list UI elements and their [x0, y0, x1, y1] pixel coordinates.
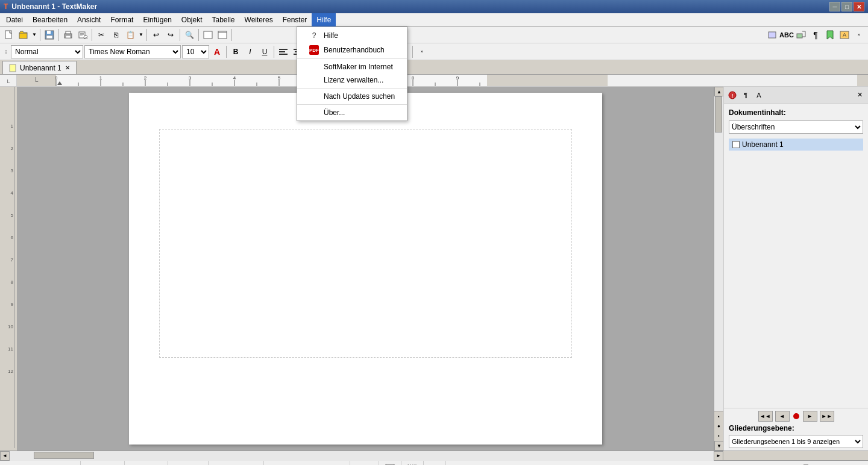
document-canvas[interactable]: [17, 87, 714, 451]
open-button[interactable]: [17, 28, 30, 42]
dropdown-open-arrow[interactable]: ▼: [31, 28, 37, 42]
hilfe-icon: ?: [309, 31, 319, 40]
menu-item-lizenz[interactable]: Lizenz verwalten...: [297, 73, 407, 87]
scroll-thumb[interactable]: [715, 96, 722, 133]
svg-rect-37: [487, 75, 608, 86]
menu-datei[interactable]: Datei: [1, 13, 28, 27]
paste-dropdown[interactable]: ▼: [138, 28, 144, 42]
scroll-bottom-btn2[interactable]: ●: [715, 422, 723, 430]
svg-text:!: !: [732, 93, 734, 99]
undo-button[interactable]: ↩: [149, 28, 163, 42]
svg-rect-18: [797, 34, 802, 38]
scroll-down-button[interactable]: ▼: [714, 441, 724, 451]
scroll-track[interactable]: [714, 96, 723, 411]
svg-text:12: 12: [8, 369, 13, 374]
menu-weiteres[interactable]: Weiteres: [240, 13, 278, 27]
menu-einfugen[interactable]: Einfügen: [138, 13, 176, 27]
status-view-mode-3[interactable]: [424, 461, 446, 465]
style-dropdown-arrow[interactable]: ↕: [2, 45, 10, 58]
pilcrow-button[interactable]: ¶: [809, 28, 822, 42]
sidebar-icon-2[interactable]: ¶: [740, 89, 752, 101]
copy-button[interactable]: ⎘: [109, 28, 122, 42]
bold-button[interactable]: B: [229, 45, 242, 58]
nav-last-button[interactable]: ►►: [820, 411, 834, 422]
underline-button[interactable]: U: [258, 45, 271, 58]
minimize-button[interactable]: ─: [829, 2, 840, 11]
menu-hilfe[interactable]: Hilfe: [312, 13, 336, 27]
scroll-up-button[interactable]: ▲: [714, 87, 724, 96]
menu-item-ueber[interactable]: Über...: [297, 106, 407, 119]
menu-item-updates[interactable]: Nach Updates suchen: [297, 90, 407, 103]
menu-item-softmaker[interactable]: SoftMaker im Internet: [297, 60, 407, 73]
document-content[interactable]: [159, 129, 572, 358]
save-button[interactable]: [43, 28, 56, 42]
document-tab-label: Unbenannt 1: [20, 64, 61, 72]
svg-text:L: L: [35, 76, 39, 83]
find-button[interactable]: 🔍: [183, 28, 196, 42]
style-dropdown[interactable]: Normal: [11, 45, 83, 58]
font-size-dropdown[interactable]: 10: [182, 45, 209, 58]
document-tab[interactable]: Unbenannt 1 ✕: [2, 61, 77, 74]
bookmark-button[interactable]: [823, 28, 837, 42]
toolbar-right-1[interactable]: [766, 28, 779, 42]
status-view-mode-1[interactable]: [379, 461, 401, 465]
print-button[interactable]: [61, 28, 75, 42]
paste-button[interactable]: 📋: [124, 28, 137, 42]
menu-bearbeiten[interactable]: Bearbeiten: [28, 13, 72, 27]
abc-check-button[interactable]: ABC: [780, 28, 793, 42]
scroll-bottom-btn3[interactable]: ▪: [715, 432, 723, 440]
sidebar-close-button[interactable]: ✕: [854, 89, 866, 101]
status-help-text: Hilfe-Befehle: [2, 461, 81, 465]
hscroll-thumb[interactable]: [34, 452, 94, 459]
cut-button[interactable]: ✂: [95, 28, 108, 42]
sidebar-list-item[interactable]: Unbenannt 1: [729, 139, 863, 151]
nav-prev-button[interactable]: ◄: [775, 411, 790, 422]
menu-item-benutzerhandbuch[interactable]: PDF Benutzerhandbuch: [297, 43, 407, 57]
status-view-mode-2[interactable]: [401, 461, 424, 465]
font-name-dropdown[interactable]: Times New Roman: [84, 45, 181, 58]
menu-item-hilfe[interactable]: ? Hilfe: [297, 28, 407, 43]
maximize-button[interactable]: □: [841, 2, 852, 11]
separator-4: [146, 29, 147, 41]
sidebar-icon-3[interactable]: A: [753, 89, 765, 101]
nav-next-button[interactable]: ►: [803, 411, 817, 422]
document-page[interactable]: [129, 93, 602, 445]
menu-fenster[interactable]: Fenster: [278, 13, 312, 27]
outline-dropdown[interactable]: Gliederungsebenen 1 bis 9 anzeigen: [729, 435, 863, 448]
list-checkbox[interactable]: [732, 141, 740, 148]
svg-text:1: 1: [11, 123, 14, 129]
view-full-button[interactable]: [216, 28, 229, 42]
nav-first-button[interactable]: ◄◄: [758, 411, 773, 422]
menu-ansicht[interactable]: Ansicht: [72, 13, 105, 27]
toolbar-more-button[interactable]: »: [852, 28, 866, 42]
menu-format[interactable]: Format: [105, 13, 138, 27]
separator-7: [231, 29, 232, 41]
paragraph-more-button[interactable]: »: [415, 45, 429, 58]
title-bar-left: T Unbenannt 1 - TextMaker: [4, 2, 97, 11]
document-tab-close[interactable]: ✕: [65, 64, 70, 71]
svg-text:5: 5: [11, 213, 14, 218]
font-grow-button[interactable]: A: [210, 45, 224, 58]
hscroll-track[interactable]: [10, 451, 714, 461]
close-button[interactable]: ✕: [854, 2, 864, 11]
menu-objekt[interactable]: Objekt: [177, 13, 207, 27]
outline-label: Gliederungsebene:: [729, 424, 863, 432]
sidebar-type-dropdown[interactable]: Überschriften: [729, 120, 863, 134]
svg-rect-38: [56, 75, 487, 86]
toolbar-right-3[interactable]: [794, 28, 808, 42]
vertical-scrollbar[interactable]: ▲ ▪ ● ▪ ▼: [714, 87, 723, 451]
align-left-button[interactable]: [277, 45, 290, 58]
new-button[interactable]: [2, 28, 16, 42]
print-preview-button[interactable]: [76, 28, 89, 42]
italic-button[interactable]: I: [244, 45, 257, 58]
view-normal-button[interactable]: [201, 28, 215, 42]
scroll-bottom-btn1[interactable]: ▪: [715, 412, 723, 420]
scroll-right-button[interactable]: ►: [714, 451, 723, 461]
toolbar-right-6[interactable]: A: [838, 28, 851, 42]
scroll-left-button[interactable]: ◄: [0, 451, 10, 461]
status-position: Ze 1 Sp 1: [81, 461, 125, 465]
sidebar-icon-1[interactable]: !: [726, 89, 738, 101]
menu-tabelle[interactable]: Tabelle: [207, 13, 240, 27]
status-einf: EINF: [350, 461, 379, 465]
redo-button[interactable]: ↪: [164, 28, 177, 42]
